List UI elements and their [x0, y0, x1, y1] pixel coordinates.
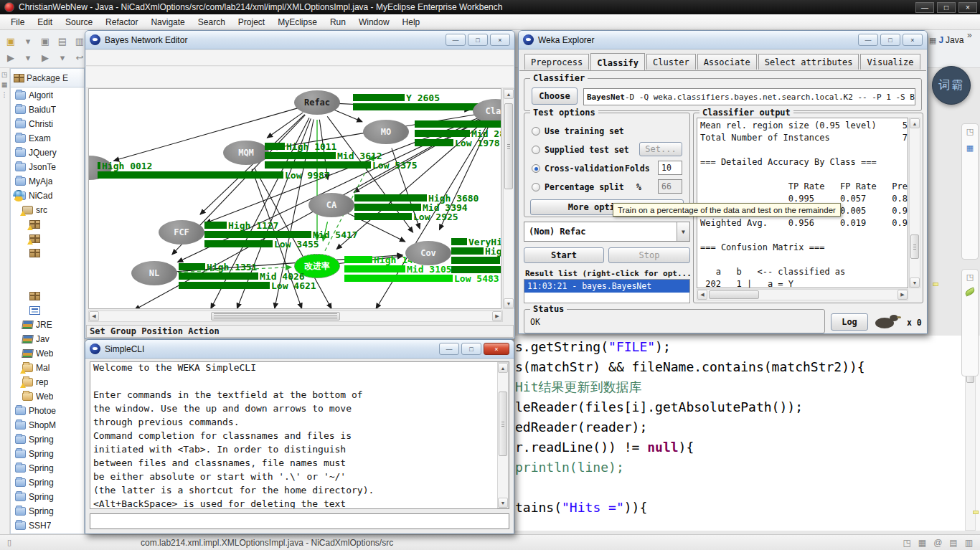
- graph-vscrollbar[interactable]: ▲ ▼: [503, 88, 514, 309]
- tree-item-spring[interactable]: Spring: [11, 475, 84, 490]
- output-hscrollbar[interactable]: ◀ ▶: [697, 289, 908, 300]
- cli-vscrollbar[interactable]: ▲ ▼: [497, 362, 509, 508]
- tab-preprocess[interactable]: Preprocess: [524, 54, 589, 70]
- bn-node-Cov[interactable]: Cov: [405, 241, 451, 265]
- simplecli-input[interactable]: [90, 513, 509, 529]
- tree-item-spring[interactable]: Spring: [11, 447, 84, 461]
- bn-node-NL[interactable]: NL: [131, 261, 177, 285]
- restore-pane-icon[interactable]: ◳: [966, 127, 974, 136]
- maximize-button[interactable]: □: [468, 34, 488, 46]
- tree-item-photoe[interactable]: Photoe: [11, 404, 84, 418]
- minimize-button[interactable]: —: [439, 343, 459, 355]
- radio-percentage-split[interactable]: Percentage split: [532, 182, 624, 192]
- class-attribute-combo[interactable]: (Nom) Refac ▼: [524, 222, 690, 242]
- tab-visualize[interactable]: Visualize: [860, 54, 920, 70]
- menu-item-help[interactable]: Help: [396, 16, 427, 29]
- tree-item-exam[interactable]: Exam: [11, 131, 84, 146]
- classifier-command-field[interactable]: BayesNet -D -Q weka.classifiers.bayes.ne…: [583, 88, 915, 105]
- tree-item[interactable]: [11, 303, 84, 318]
- save-all-icon[interactable]: ▤: [56, 34, 69, 47]
- minimize-button[interactable]: —: [915, 2, 934, 13]
- stop-button[interactable]: Stop: [608, 247, 690, 263]
- maximize-button[interactable]: □: [461, 343, 481, 355]
- type-hierarchy-icon[interactable]: ⋮: [0, 91, 9, 98]
- result-item[interactable]: 11:03:21 - bayes.BayesNet: [524, 280, 689, 293]
- result-list[interactable]: 11:03:21 - bayes.BayesNet: [524, 279, 690, 303]
- tab-associate[interactable]: Associate: [697, 54, 757, 70]
- tab-classify[interactable]: Classify: [590, 53, 645, 70]
- package-explorer-icon[interactable]: ▦: [0, 81, 9, 88]
- save-icon[interactable]: ▣: [39, 34, 52, 47]
- menu-item-navigate[interactable]: Navigate: [144, 16, 191, 29]
- tab-select-attributes[interactable]: Select attributes: [758, 54, 859, 70]
- set-test-set-button[interactable]: Set...: [639, 142, 682, 156]
- outline-icon[interactable]: ▦: [966, 143, 974, 153]
- maximize-button[interactable]: □: [937, 2, 956, 13]
- output-vscrollbar[interactable]: ▲ ▼: [909, 118, 920, 288]
- dropdown-arrow-icon[interactable]: ▾: [22, 34, 34, 47]
- maximize-button[interactable]: □: [880, 34, 900, 46]
- menu-item-refactor[interactable]: Refactor: [99, 16, 144, 29]
- tree-item-spring[interactable]: Spring: [11, 490, 84, 504]
- log-button[interactable]: Log: [831, 313, 868, 331]
- bn-node-CA[interactable]: CA: [308, 193, 354, 217]
- tree-item-nicad[interactable]: NiCad: [11, 189, 84, 203]
- tree-item[interactable]: [11, 289, 84, 303]
- tree-item-spring[interactable]: Spring: [11, 504, 84, 518]
- tree-item-spring[interactable]: Spring: [11, 432, 84, 447]
- tree-item-baidut[interactable]: BaiduT: [11, 103, 84, 117]
- menu-item-window[interactable]: Window: [352, 16, 396, 29]
- bn-node-MO[interactable]: MO: [363, 120, 409, 144]
- task-icon[interactable]: ▤: [949, 538, 957, 548]
- minimize-view-icon[interactable]: ◳: [0, 71, 9, 78]
- tab-cluster[interactable]: Cluster: [646, 54, 696, 70]
- close-button[interactable]: ×: [490, 34, 510, 46]
- tree-item-web[interactable]: Web: [11, 389, 84, 404]
- annotation-marker[interactable]: [973, 511, 979, 514]
- problems-icon[interactable]: ▦: [918, 538, 926, 548]
- leaf-icon[interactable]: [964, 287, 976, 296]
- tree-item-shopm[interactable]: ShopM: [11, 418, 84, 432]
- annotation-marker[interactable]: [933, 283, 938, 286]
- tree-item-mal[interactable]: Mal: [11, 361, 84, 375]
- code-editor[interactable]: s.getString("FILE");s(matchStr) && fileN…: [515, 336, 965, 531]
- restore-pane-icon[interactable]: ◳: [903, 538, 910, 548]
- tree-item-jquery[interactable]: JQuery: [11, 146, 84, 160]
- choose-classifier-button[interactable]: Choose: [532, 87, 578, 105]
- simplecli-titlebar[interactable]: SimpleCLI — □ ×: [85, 340, 514, 359]
- tree-item[interactable]: [11, 246, 84, 260]
- new-wizard-icon[interactable]: ▣: [4, 34, 17, 47]
- dropdown-arrow-icon[interactable]: ▾: [22, 51, 34, 64]
- tree-item-algorit[interactable]: Algorit: [11, 88, 84, 103]
- tree-item-web[interactable]: Web: [11, 346, 84, 361]
- tree-item-christi[interactable]: Christi: [11, 117, 84, 131]
- run-icon[interactable]: ▶: [39, 51, 52, 64]
- radio-supplied-test-set[interactable]: Supplied test set: [532, 145, 629, 155]
- console-icon[interactable]: ▥: [965, 538, 973, 548]
- tree-item[interactable]: [11, 232, 84, 246]
- menu-item-edit[interactable]: Edit: [31, 16, 59, 29]
- radio-cross-validation[interactable]: Cross-validation: [532, 163, 624, 174]
- package-explorer-header[interactable]: Package E: [11, 69, 84, 87]
- weka-titlebar[interactable]: Weka Explorer — □ ×: [519, 31, 927, 49]
- tree-item-jre[interactable]: JRE: [11, 318, 84, 332]
- tree-item-src[interactable]: src: [11, 203, 84, 217]
- tree-item-rep[interactable]: rep: [11, 375, 84, 389]
- close-button[interactable]: ×: [958, 2, 977, 13]
- menu-item-file[interactable]: File: [4, 16, 31, 29]
- iciba-overlay-badge[interactable]: 词霸: [932, 66, 971, 105]
- menu-item-search[interactable]: Search: [192, 16, 232, 29]
- bayes-titlebar[interactable]: Bayes Network Editor — □ ×: [85, 31, 514, 49]
- tree-item-jsonte[interactable]: JsonTe: [11, 160, 84, 174]
- dropdown-arrow-icon[interactable]: ▾: [56, 51, 69, 64]
- start-button[interactable]: Start: [524, 247, 604, 263]
- tree-item-ssh7[interactable]: SSH7: [11, 518, 84, 533]
- bn-node-Refac[interactable]: Refac: [294, 90, 340, 115]
- menu-item-run[interactable]: Run: [324, 16, 352, 29]
- tree-item[interactable]: [11, 217, 84, 232]
- close-button[interactable]: ×: [484, 343, 509, 355]
- perspective-switcher[interactable]: ▦ J Java: [929, 32, 976, 49]
- restore-pane-icon[interactable]: ◳: [966, 272, 974, 282]
- debug-icon[interactable]: ▶: [4, 51, 17, 64]
- radio-use-training-set[interactable]: Use training set: [532, 126, 624, 136]
